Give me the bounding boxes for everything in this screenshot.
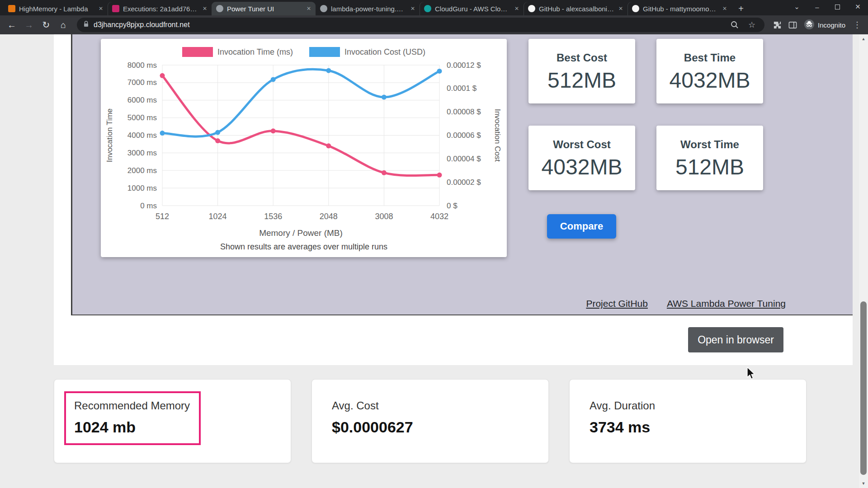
best-cost-label: Best Cost — [528, 52, 635, 64]
tab-close-button[interactable]: ✕ — [514, 5, 520, 12]
recommended-memory-label: Recommended Memory — [74, 399, 190, 412]
avg-duration-value: 3734 ms — [590, 418, 655, 436]
new-tab-button[interactable]: + — [734, 2, 748, 15]
svg-text:6000 ms: 6000 ms — [127, 96, 157, 104]
extensions-puzzle-icon[interactable] — [771, 19, 783, 31]
tab-close-button[interactable]: ✕ — [202, 5, 208, 12]
svg-text:0.00006 $: 0.00006 $ — [447, 131, 481, 140]
chart-legend: Invocation Time (ms)Invocation Cost (USD… — [101, 47, 507, 57]
scroll-down-arrow[interactable]: ▼ — [859, 479, 868, 488]
tab-title: GitHub - alexcasalboni/aws-lam — [539, 5, 614, 13]
legend-label: Invocation Time (ms) — [217, 47, 293, 57]
tab-list: HighMemory - Lambda✕Executions: 2a1add76… — [4, 2, 731, 15]
svg-text:2000 ms: 2000 ms — [127, 166, 157, 175]
globe-gray-favicon — [320, 5, 327, 12]
url-text[interactable]: d3jhancpy8pjxp.cloudfront.net — [94, 21, 724, 29]
best-cost-card: Best Cost 512MB — [528, 39, 635, 103]
svg-text:3008: 3008 — [375, 212, 393, 221]
forward-button[interactable]: → — [22, 18, 36, 32]
browser-tab[interactable]: GitHub - mattymoomoo/aws-p✕ — [627, 2, 731, 15]
maximize-button[interactable] — [827, 0, 848, 14]
stat-cards: Best Cost 512MB Best Time 4032MB Worst C… — [528, 39, 763, 190]
home-button[interactable]: ⌂ — [56, 18, 71, 32]
tab-close-button[interactable]: ✕ — [98, 5, 104, 12]
worst-cost-value: 4032MB — [528, 155, 635, 179]
tab-close-button[interactable]: ✕ — [306, 5, 312, 12]
worst-cost-card: Worst Cost 4032MB — [528, 126, 635, 190]
avg-cost-value: $0.0000627 — [332, 418, 413, 436]
zoom-icon[interactable] — [728, 19, 741, 31]
browser-window: HighMemory - Lambda✕Executions: 2a1add76… — [0, 0, 868, 34]
tab-title: Power Tuner UI — [227, 5, 302, 13]
open-in-browser-button[interactable]: Open in browser — [688, 327, 783, 352]
legend-swatch — [309, 47, 340, 57]
back-button[interactable]: ← — [5, 18, 19, 32]
svg-text:1024: 1024 — [209, 212, 227, 221]
best-time-label: Best Time — [656, 52, 763, 64]
close-button[interactable]: ✕ — [848, 0, 868, 14]
menu-kebab-icon[interactable]: ⋮ — [851, 19, 863, 31]
browser-tab[interactable]: lambda-power-tuning.show/#g✕ — [316, 2, 420, 15]
page-scrollbar[interactable]: ▲ ▼ — [859, 34, 868, 488]
tab-title: HighMemory - Lambda — [19, 5, 94, 13]
tab-search-chevron-icon[interactable]: ⌄ — [787, 0, 807, 14]
summary-cards: Recommended Memory 1024 mb Avg. Cost $0.… — [54, 379, 807, 463]
svg-text:2048: 2048 — [320, 212, 338, 221]
incognito-label: Incognito — [818, 21, 845, 29]
github-favicon — [632, 5, 639, 12]
tuning-chart[interactable]: 0 ms1000 ms2000 ms3000 ms4000 ms5000 ms6… — [101, 39, 507, 257]
svg-text:0.00012 $: 0.00012 $ — [447, 61, 481, 70]
bookmark-star-icon[interactable]: ☆ — [745, 19, 758, 31]
browser-tab[interactable]: Power Tuner UI✕ — [212, 2, 316, 15]
avg-duration-card: Avg. Duration 3734 ms — [569, 379, 807, 463]
tab-strip: HighMemory - Lambda✕Executions: 2a1add76… — [0, 0, 868, 15]
cloudguru-favicon — [424, 5, 431, 12]
browser-tab[interactable]: CloudGuru - AWS Cloud9✕ — [420, 2, 524, 15]
svg-text:8000 ms: 8000 ms — [127, 61, 157, 70]
scrollbar-thumb[interactable] — [860, 301, 867, 475]
tab-title: GitHub - mattymoomoo/aws-p — [643, 5, 718, 13]
open-in-browser-row: Open in browser — [54, 327, 853, 377]
compare-button[interactable]: Compare — [547, 214, 616, 239]
address-bar[interactable]: d3jhancpy8pjxp.cloudfront.net ☆ — [77, 18, 764, 32]
svg-text:0.00004 $: 0.00004 $ — [447, 155, 481, 163]
tab-close-button[interactable]: ✕ — [618, 5, 624, 12]
legend-swatch — [182, 47, 213, 57]
legend-item[interactable]: Invocation Time (ms) — [182, 47, 293, 57]
globe-gray-favicon — [216, 5, 223, 12]
browser-tab[interactable]: GitHub - alexcasalboni/aws-lam✕ — [524, 2, 627, 15]
github-favicon — [528, 5, 535, 12]
svg-text:1000 ms: 1000 ms — [127, 184, 157, 192]
chart-card: Invocation Time (ms)Invocation Cost (USD… — [101, 39, 507, 257]
incognito-profile-chip[interactable]: Incognito — [802, 19, 848, 31]
aws-lambda-power-tuning-link[interactable]: AWS Lambda Power Tuning — [667, 298, 786, 309]
svg-text:4000 ms: 4000 ms — [127, 131, 157, 140]
console-panel: Invocation Time (ms)Invocation Cost (USD… — [54, 34, 853, 365]
page-content: Invocation Time (ms)Invocation Cost (USD… — [0, 34, 868, 488]
tab-close-button[interactable]: ✕ — [722, 5, 728, 12]
svg-text:0.0001 $: 0.0001 $ — [447, 84, 477, 93]
recommended-memory-highlight-box: Recommended Memory 1024 mb — [64, 391, 201, 445]
browser-tab[interactable]: HighMemory - Lambda✕ — [4, 2, 108, 15]
legend-item[interactable]: Invocation Cost (USD) — [309, 47, 425, 57]
legend-label: Invocation Cost (USD) — [344, 47, 425, 57]
mouse-cursor — [746, 367, 756, 380]
svg-text:3000 ms: 3000 ms — [127, 149, 157, 157]
svg-text:Invocation Time: Invocation Time — [105, 108, 114, 162]
browser-tab[interactable]: Executions: 2a1add76-3f93-4fea✕ — [108, 2, 212, 15]
minimize-button[interactable]: – — [807, 0, 827, 14]
reload-button[interactable]: ↻ — [39, 18, 53, 32]
tab-title: Executions: 2a1add76-3f93-4fea — [123, 5, 198, 13]
scroll-up-arrow[interactable]: ▲ — [859, 34, 868, 43]
worst-cost-label: Worst Cost — [528, 138, 635, 151]
project-github-link[interactable]: Project GitHub — [586, 298, 648, 309]
avg-duration-label: Avg. Duration — [590, 399, 655, 412]
side-panel-icon[interactable] — [786, 19, 799, 31]
worst-time-card: Worst Time 512MB — [656, 126, 763, 190]
tab-close-button[interactable]: ✕ — [410, 5, 416, 12]
lock-icon — [83, 20, 89, 29]
tab-title: CloudGuru - AWS Cloud9 — [435, 5, 510, 13]
tab-title: lambda-power-tuning.show/#g — [331, 5, 406, 13]
worst-time-value: 512MB — [656, 155, 763, 179]
incognito-avatar — [804, 19, 814, 31]
